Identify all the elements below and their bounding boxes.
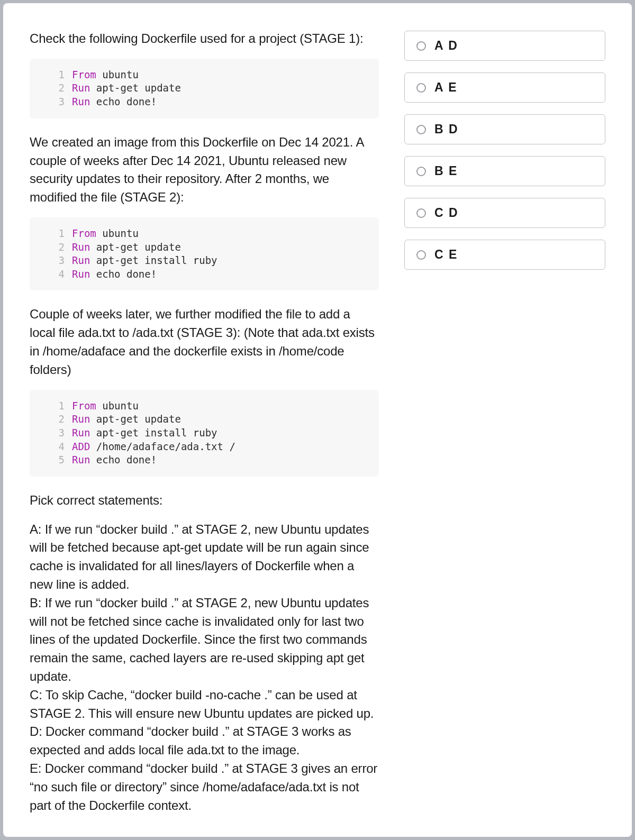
code-line: 3Run echo done! [52, 95, 369, 109]
radio-icon [416, 125, 426, 134]
code-text: apt-get update [90, 241, 181, 253]
option-label: A D [434, 39, 458, 53]
code-text: apt-get update [90, 413, 181, 425]
option-label: C D [434, 206, 459, 220]
answer-options: A D A E B D B E C D C E [404, 30, 605, 810]
code-text: apt-get update [90, 82, 181, 94]
radio-icon [416, 250, 426, 260]
code-keyword: Run [72, 82, 90, 94]
code-line: 3Run apt-get install ruby [52, 426, 369, 440]
line-number: 4 [52, 268, 65, 281]
statement-a: A: If we run “docker build .” at STAGE 2… [30, 521, 379, 594]
line-number: 3 [52, 95, 65, 109]
code-text: /home/adaface/ada.txt / [90, 441, 235, 452]
code-line: 1From ubuntu [52, 68, 369, 82]
para-stage-2: We created an image from this Dockerfile… [30, 133, 379, 207]
option-be[interactable]: B E [404, 156, 605, 186]
code-line: 2Run apt-get update [52, 81, 369, 95]
line-number: 2 [52, 241, 65, 254]
line-number: 3 [52, 426, 65, 440]
code-line: 1From ubuntu [52, 227, 369, 241]
code-keyword: Run [72, 96, 90, 107]
code-text: ubuntu [96, 69, 139, 80]
option-label: A E [434, 80, 458, 95]
statement-e: E: Docker command “docker build .” at ST… [30, 760, 379, 815]
line-number: 1 [52, 399, 65, 413]
line-number: 2 [52, 81, 65, 95]
code-text: echo done! [90, 96, 157, 107]
radio-icon [416, 208, 426, 218]
code-text: echo done! [90, 454, 157, 465]
question-body: Check the following Dockerfile used for … [30, 30, 379, 810]
line-number: 3 [52, 254, 65, 268]
para-stage-3: Couple of weeks later, we further modifi… [30, 305, 379, 379]
code-line: 3Run apt-get install ruby [52, 254, 369, 268]
code-stage-3: 1From ubuntu 2Run apt-get update 3Run ap… [30, 390, 379, 477]
option-cd[interactable]: C D [404, 198, 605, 228]
question-card: Check the following Dockerfile used for … [3, 3, 632, 837]
code-keyword: Run [72, 427, 90, 439]
line-number: 4 [52, 440, 65, 454]
option-label: C E [434, 248, 458, 262]
code-text: ubuntu [96, 400, 139, 412]
code-keyword: Run [72, 241, 90, 253]
code-text: apt-get install ruby [90, 427, 217, 439]
code-keyword: Run [72, 268, 90, 280]
code-text: echo done! [90, 268, 157, 280]
code-keyword: Run [72, 254, 90, 266]
radio-icon [416, 41, 426, 51]
pick-label: Pick correct statements: [30, 491, 379, 510]
line-number: 5 [52, 453, 65, 467]
statement-b: B: If we run “docker build .” at STAGE 2… [30, 594, 379, 686]
line-number: 1 [52, 227, 65, 241]
code-line: 4Run echo done! [52, 268, 369, 281]
code-line: 2Run apt-get update [52, 413, 369, 426]
code-line: 5Run echo done! [52, 453, 369, 467]
radio-icon [416, 83, 426, 93]
code-text: ubuntu [96, 227, 139, 239]
code-stage-1: 1From ubuntu 2Run apt-get update 3Run ec… [30, 59, 379, 118]
code-line: 2Run apt-get update [52, 241, 369, 254]
code-line: 1From ubuntu [52, 399, 369, 413]
code-keyword: From [72, 69, 96, 80]
code-keyword: From [72, 400, 96, 412]
code-keyword: Run [72, 454, 90, 465]
statement-c: C: To skip Cache, “docker build -no-cach… [30, 686, 379, 723]
code-text: apt-get install ruby [90, 254, 217, 266]
option-label: B D [434, 122, 459, 136]
code-line: 4ADD /home/adaface/ada.txt / [52, 440, 369, 454]
intro-text: Check the following Dockerfile used for … [30, 30, 379, 48]
option-ad[interactable]: A D [404, 31, 605, 61]
radio-icon [416, 167, 426, 176]
code-keyword: ADD [72, 441, 90, 452]
option-ce[interactable]: C E [404, 240, 605, 270]
line-number: 1 [52, 68, 65, 82]
option-label: B E [434, 164, 458, 178]
option-ae[interactable]: A E [404, 72, 605, 103]
line-number: 2 [52, 413, 65, 426]
statements: A: If we run “docker build .” at STAGE 2… [30, 521, 379, 815]
statement-d: D: Docker command “docker build .” at ST… [30, 723, 379, 760]
option-bd[interactable]: B D [404, 114, 605, 144]
code-keyword: From [72, 227, 96, 239]
code-stage-2: 1From ubuntu 2Run apt-get update 3Run ap… [30, 217, 379, 291]
code-keyword: Run [72, 413, 90, 425]
